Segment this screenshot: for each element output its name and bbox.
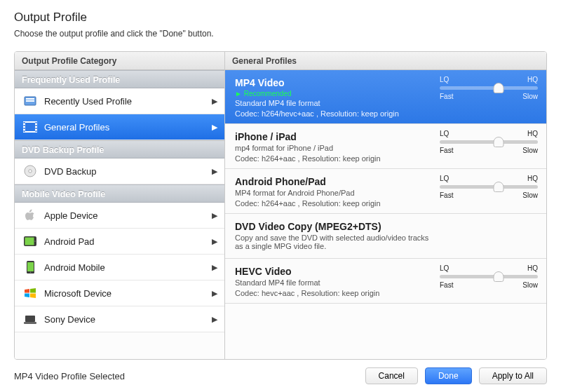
- cancel-button[interactable]: Cancel: [365, 367, 418, 384]
- svg-rect-2: [26, 100, 34, 102]
- profile-title: DVD Video Copy (MPEG2+DTS): [235, 221, 536, 232]
- category-label: Android Pad: [44, 236, 212, 247]
- footer-bar: MP4 Video Profile Selected Cancel Done A…: [0, 360, 561, 392]
- apple-icon: [23, 208, 37, 222]
- hq-label: HQ: [527, 76, 538, 83]
- category-item-ms[interactable]: Microsoft Device▶: [15, 281, 224, 306]
- quality-slider[interactable]: LQHQFastSlow: [440, 264, 538, 289]
- category-group-header: Frequently Used Profile: [15, 70, 224, 88]
- profile-item[interactable]: MP4 Video► RecommendedStandard MP4 file …: [225, 70, 546, 124]
- svg-rect-8: [24, 130, 25, 132]
- dialog-header: Output Profile Choose the output profile…: [0, 0, 561, 46]
- category-label: Sony Device: [44, 314, 212, 325]
- svg-rect-16: [25, 238, 34, 245]
- hq-label: HQ: [527, 264, 538, 272]
- slider-track[interactable]: [440, 86, 538, 90]
- category-column: Output Profile Category Frequently Used …: [15, 52, 225, 359]
- film-icon: [23, 120, 37, 134]
- profile-item[interactable]: HEVC VideoStandard MP4 file formatCodec:…: [225, 259, 546, 304]
- svg-point-20: [29, 272, 31, 273]
- slow-label: Slow: [522, 281, 538, 289]
- svg-rect-11: [36, 128, 37, 129]
- category-group-header: DVD Backup Profile: [15, 140, 224, 158]
- category-item-recent[interactable]: Recently Used Profile▶: [15, 88, 224, 114]
- slider-knob[interactable]: [494, 271, 504, 282]
- chevron-right-icon: ▶: [212, 123, 217, 132]
- quality-slider[interactable]: LQHQFastSlow: [440, 175, 538, 199]
- category-item-apple[interactable]: Apple Device▶: [15, 203, 224, 229]
- category-label: Android Mobile: [44, 262, 212, 273]
- main-panel: Output Profile Category Frequently Used …: [14, 51, 547, 360]
- svg-rect-6: [24, 125, 25, 126]
- fast-label: Fast: [440, 281, 453, 289]
- lq-label: LQ: [440, 76, 449, 83]
- slider-track[interactable]: [440, 140, 538, 144]
- svg-rect-10: [36, 125, 37, 126]
- category-group-header: Mobile Video Profile: [15, 184, 224, 203]
- lq-label: LQ: [440, 264, 449, 272]
- apply-to-all-button[interactable]: Apply to All: [479, 367, 547, 384]
- quality-slider[interactable]: LQHQFastSlow: [440, 76, 538, 100]
- output-profile-window: Output Profile Choose the output profile…: [0, 0, 561, 392]
- slider-knob[interactable]: [494, 83, 504, 93]
- profile-desc: Copy and save the DVD with selected audi…: [235, 234, 536, 250]
- category-label: Microsoft Device: [44, 288, 212, 299]
- svg-rect-5: [24, 122, 25, 123]
- profile-column: General Profiles MP4 Video► RecommendedS…: [225, 52, 546, 359]
- category-list[interactable]: Frequently Used ProfileRecently Used Pro…: [15, 70, 224, 359]
- category-label: Recently Used Profile: [44, 96, 212, 107]
- slow-label: Slow: [522, 93, 538, 100]
- slider-track[interactable]: [440, 275, 538, 278]
- category-item-amob[interactable]: Android Mobile▶: [15, 255, 224, 281]
- svg-rect-12: [36, 130, 37, 132]
- profile-codec: Codec: hevc+aac , Resolution: keep origi…: [235, 289, 536, 297]
- chevron-right-icon: ▶: [212, 289, 217, 298]
- svg-rect-7: [24, 128, 25, 129]
- recent-icon: [23, 94, 37, 108]
- chevron-right-icon: ▶: [212, 167, 217, 176]
- fast-label: Fast: [440, 147, 453, 154]
- tablet-icon: [23, 234, 37, 248]
- fast-label: Fast: [440, 93, 453, 100]
- svg-rect-9: [36, 122, 37, 123]
- slider-track[interactable]: [440, 185, 538, 189]
- slow-label: Slow: [522, 191, 538, 199]
- category-header: Output Profile Category: [15, 52, 224, 70]
- svg-point-17: [34, 241, 36, 242]
- profile-codec: Codec: h264+aac , Resolution: keep origi…: [235, 199, 536, 208]
- category-item-apad[interactable]: Android Pad▶: [15, 229, 224, 255]
- chevron-right-icon: ▶: [212, 315, 217, 324]
- hq-label: HQ: [527, 130, 538, 137]
- chevron-right-icon: ▶: [212, 97, 217, 106]
- profile-codec: Codec: h264+aac , Resolution: keep origi…: [235, 154, 536, 163]
- profile-codec: Codec: h264/hevc+aac , Resolution: keep …: [235, 109, 536, 118]
- quality-slider[interactable]: LQHQFastSlow: [440, 130, 538, 154]
- svg-rect-1: [26, 98, 34, 100]
- done-button[interactable]: Done: [425, 367, 472, 384]
- status-label: MP4 Video Profile Selected: [14, 371, 358, 381]
- category-item-general[interactable]: General Profiles▶: [15, 114, 224, 140]
- svg-rect-22: [24, 322, 36, 324]
- svg-rect-21: [25, 316, 35, 322]
- chevron-right-icon: ▶: [212, 263, 217, 272]
- svg-rect-4: [25, 123, 35, 131]
- category-label: General Profiles: [44, 122, 212, 133]
- dialog-title: Output Profile: [14, 11, 547, 25]
- chevron-right-icon: ▶: [212, 211, 217, 220]
- dialog-subtitle: Choose the output profile and click the …: [14, 29, 547, 39]
- profile-item[interactable]: iPhone / iPadmp4 format for iPhone / iPa…: [225, 124, 546, 169]
- phone-icon: [23, 260, 37, 274]
- profile-item[interactable]: Android Phone/PadMP4 format for Android …: [225, 169, 546, 214]
- svg-rect-19: [27, 262, 34, 271]
- hq-label: HQ: [527, 175, 538, 182]
- category-item-sony[interactable]: Sony Device▶: [15, 306, 224, 332]
- slow-label: Slow: [522, 147, 538, 154]
- svg-point-14: [29, 170, 32, 173]
- category-item-dvdbk[interactable]: DVD Backup▶: [15, 158, 224, 184]
- profile-list[interactable]: MP4 Video► RecommendedStandard MP4 file …: [225, 70, 546, 359]
- chevron-right-icon: ▶: [212, 237, 217, 246]
- slider-knob[interactable]: [494, 182, 504, 192]
- slider-knob[interactable]: [494, 137, 504, 147]
- profile-item[interactable]: DVD Video Copy (MPEG2+DTS)Copy and save …: [225, 214, 546, 259]
- lq-label: LQ: [440, 130, 449, 137]
